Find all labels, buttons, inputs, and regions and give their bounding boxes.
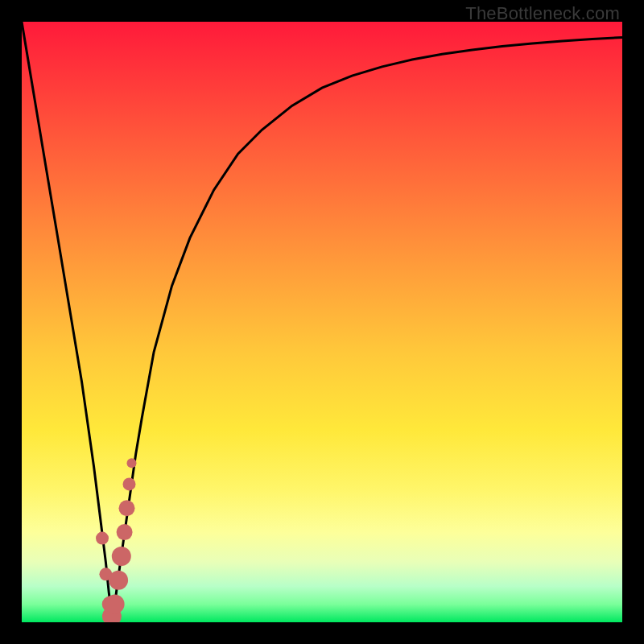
highlight-dot <box>127 458 137 468</box>
highlight-dots <box>96 458 137 622</box>
highlight-dot <box>117 524 133 540</box>
chart-svg <box>22 22 622 622</box>
highlight-dot <box>105 595 125 614</box>
highlight-dot <box>109 571 128 590</box>
highlight-dot <box>96 532 109 545</box>
highlight-dot <box>112 547 131 566</box>
plot-area <box>22 22 622 622</box>
chart-frame: TheBottleneck.com <box>0 0 644 644</box>
highlight-dot <box>119 500 135 516</box>
bottleneck-curve <box>22 22 622 617</box>
highlight-dot <box>123 477 136 490</box>
watermark-text: TheBottleneck.com <box>465 3 620 24</box>
